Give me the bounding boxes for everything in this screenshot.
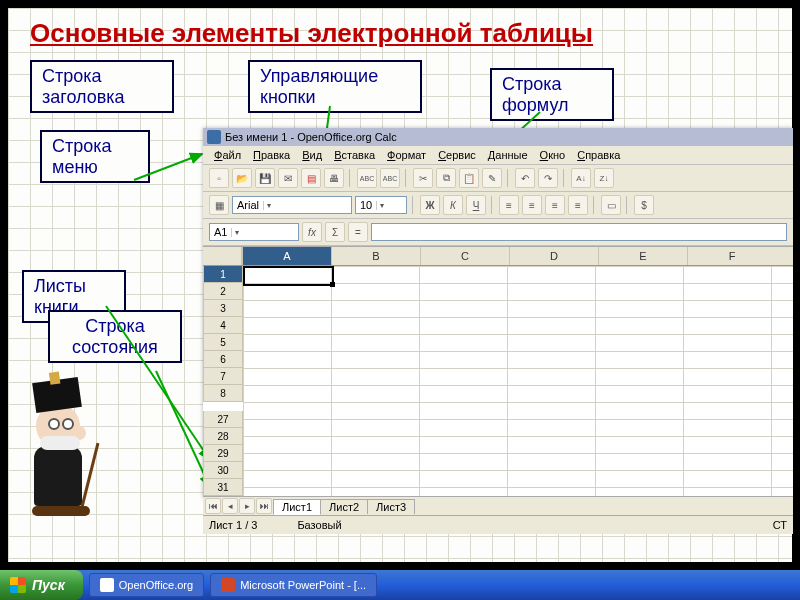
sheet-tab-3[interactable]: Лист3 bbox=[367, 499, 415, 514]
cut-icon[interactable]: ✂ bbox=[413, 168, 433, 188]
start-button[interactable]: Пуск bbox=[0, 570, 83, 600]
windows-logo-icon bbox=[10, 577, 26, 593]
row-header[interactable]: 1 bbox=[203, 266, 243, 283]
new-icon[interactable]: ▫ bbox=[209, 168, 229, 188]
font-size-input[interactable]: 10▾ bbox=[355, 196, 407, 214]
professor-illustration bbox=[12, 380, 112, 530]
styles-icon[interactable]: ▦ bbox=[209, 195, 229, 215]
copy-icon[interactable]: ⧉ bbox=[436, 168, 456, 188]
windows-taskbar: Пуск OpenOffice.org Microsoft PowerPoint… bbox=[0, 570, 800, 600]
col-header-f[interactable]: F bbox=[687, 247, 776, 265]
merge-icon[interactable]: ▭ bbox=[601, 195, 621, 215]
window-title-text: Без имени 1 - OpenOffice.org Calc bbox=[225, 131, 397, 143]
menu-tools[interactable]: Сервис bbox=[433, 148, 481, 162]
align-center-icon[interactable]: ≡ bbox=[522, 195, 542, 215]
next-sheet-icon[interactable]: ▸ bbox=[239, 498, 255, 514]
col-header-b[interactable]: B bbox=[331, 247, 420, 265]
label-control-buttons: Управляющие кнопки bbox=[248, 60, 422, 113]
sheet-tabs-bar: ⏮ ◂ ▸ ⏭ Лист1 Лист2 Лист3 bbox=[203, 496, 793, 515]
sheet-tab-1[interactable]: Лист1 bbox=[273, 499, 321, 515]
currency-icon[interactable]: $ bbox=[634, 195, 654, 215]
label-title-row: Строка заголовка bbox=[30, 60, 174, 113]
window-titlebar[interactable]: Без имени 1 - OpenOffice.org Calc bbox=[203, 128, 793, 146]
menu-help[interactable]: Справка bbox=[572, 148, 625, 162]
underline-button[interactable]: Ч bbox=[466, 195, 486, 215]
status-right: СТ bbox=[773, 519, 787, 531]
open-icon[interactable]: 📂 bbox=[232, 168, 252, 188]
row-header[interactable]: 31 bbox=[203, 479, 243, 496]
row-header[interactable]: 5 bbox=[203, 334, 243, 351]
label-menu-row: Строка меню bbox=[40, 130, 150, 183]
cell-reference-input[interactable]: A1▾ bbox=[209, 223, 299, 241]
col-header-c[interactable]: C bbox=[420, 247, 509, 265]
save-icon[interactable]: 💾 bbox=[255, 168, 275, 188]
spreadsheet-grid[interactable]: 1 2 3 4 5 6 7 8 27 28 29 30 31 bbox=[203, 266, 793, 496]
taskbar-item-powerpoint[interactable]: Microsoft PowerPoint - [... bbox=[210, 573, 377, 597]
align-left-icon[interactable]: ≡ bbox=[499, 195, 519, 215]
sort-asc-icon[interactable]: A↓ bbox=[571, 168, 591, 188]
bold-button[interactable]: Ж bbox=[420, 195, 440, 215]
paste-icon[interactable]: 📋 bbox=[459, 168, 479, 188]
status-sheet-count: Лист 1 / 3 bbox=[209, 519, 257, 531]
col-header-e[interactable]: E bbox=[598, 247, 687, 265]
align-justify-icon[interactable]: ≡ bbox=[568, 195, 588, 215]
menu-data[interactable]: Данные bbox=[483, 148, 533, 162]
menu-format[interactable]: Формат bbox=[382, 148, 431, 162]
row-header[interactable]: 28 bbox=[203, 428, 243, 445]
formula-bar: A1▾ fx Σ = bbox=[203, 219, 793, 246]
spellcheck-icon[interactable]: ABC bbox=[357, 168, 377, 188]
label-formula-bar: Строка формул bbox=[490, 68, 614, 121]
align-right-icon[interactable]: ≡ bbox=[545, 195, 565, 215]
sort-desc-icon[interactable]: Z↓ bbox=[594, 168, 614, 188]
column-headers: A B C D E F bbox=[203, 246, 793, 266]
label-status-row: Строка состояния bbox=[48, 310, 182, 363]
app-icon bbox=[221, 578, 235, 592]
italic-button[interactable]: К bbox=[443, 195, 463, 215]
menu-insert[interactable]: Вставка bbox=[329, 148, 380, 162]
autospell-icon[interactable]: ABC bbox=[380, 168, 400, 188]
row-headers: 1 2 3 4 5 6 7 8 27 28 29 30 31 bbox=[203, 266, 243, 496]
app-icon bbox=[100, 578, 114, 592]
mail-icon[interactable]: ✉ bbox=[278, 168, 298, 188]
taskbar-item-openoffice[interactable]: OpenOffice.org bbox=[89, 573, 204, 597]
equals-button[interactable]: = bbox=[348, 222, 368, 242]
sheet-tab-2[interactable]: Лист2 bbox=[320, 499, 368, 514]
slide-title: Основные элементы электронной таблицы bbox=[30, 18, 593, 49]
status-mode: Базовый bbox=[297, 519, 341, 531]
undo-icon[interactable]: ↶ bbox=[515, 168, 535, 188]
menu-file[interactable]: Файл bbox=[209, 148, 246, 162]
brush-icon[interactable]: ✎ bbox=[482, 168, 502, 188]
standard-toolbar: ▫ 📂 💾 ✉ ▤ 🖶 ABC ABC ✂ ⧉ 📋 ✎ ↶ ↷ A↓ Z↓ bbox=[203, 165, 793, 192]
active-cell[interactable] bbox=[243, 266, 334, 286]
sum-button[interactable]: Σ bbox=[325, 222, 345, 242]
pdf-icon[interactable]: ▤ bbox=[301, 168, 321, 188]
row-header[interactable]: 27 bbox=[203, 411, 243, 428]
cells-area[interactable] bbox=[243, 266, 793, 496]
row-header[interactable]: 6 bbox=[203, 351, 243, 368]
select-all-corner[interactable] bbox=[203, 247, 242, 265]
row-header[interactable]: 29 bbox=[203, 445, 243, 462]
menu-window[interactable]: Окно bbox=[535, 148, 571, 162]
row-header[interactable]: 3 bbox=[203, 300, 243, 317]
menu-view[interactable]: Вид bbox=[297, 148, 327, 162]
prev-sheet-icon[interactable]: ◂ bbox=[222, 498, 238, 514]
fx-button[interactable]: fx bbox=[302, 222, 322, 242]
formula-input[interactable] bbox=[371, 223, 787, 241]
menu-edit[interactable]: Правка bbox=[248, 148, 295, 162]
first-sheet-icon[interactable]: ⏮ bbox=[205, 498, 221, 514]
font-name-input[interactable]: Arial▾ bbox=[232, 196, 352, 214]
menu-bar: Файл Правка Вид Вставка Формат Сервис Да… bbox=[203, 146, 793, 165]
status-bar: Лист 1 / 3 Базовый СТ bbox=[203, 515, 793, 534]
row-header[interactable]: 7 bbox=[203, 368, 243, 385]
col-header-a[interactable]: A bbox=[242, 247, 331, 265]
row-header[interactable]: 30 bbox=[203, 462, 243, 479]
print-icon[interactable]: 🖶 bbox=[324, 168, 344, 188]
row-header[interactable]: 4 bbox=[203, 317, 243, 334]
row-header[interactable]: 2 bbox=[203, 283, 243, 300]
col-header-d[interactable]: D bbox=[509, 247, 598, 265]
calc-window: Без имени 1 - OpenOffice.org Calc Файл П… bbox=[203, 128, 793, 498]
redo-icon[interactable]: ↷ bbox=[538, 168, 558, 188]
row-header[interactable]: 8 bbox=[203, 385, 243, 402]
app-icon bbox=[207, 130, 221, 144]
last-sheet-icon[interactable]: ⏭ bbox=[256, 498, 272, 514]
